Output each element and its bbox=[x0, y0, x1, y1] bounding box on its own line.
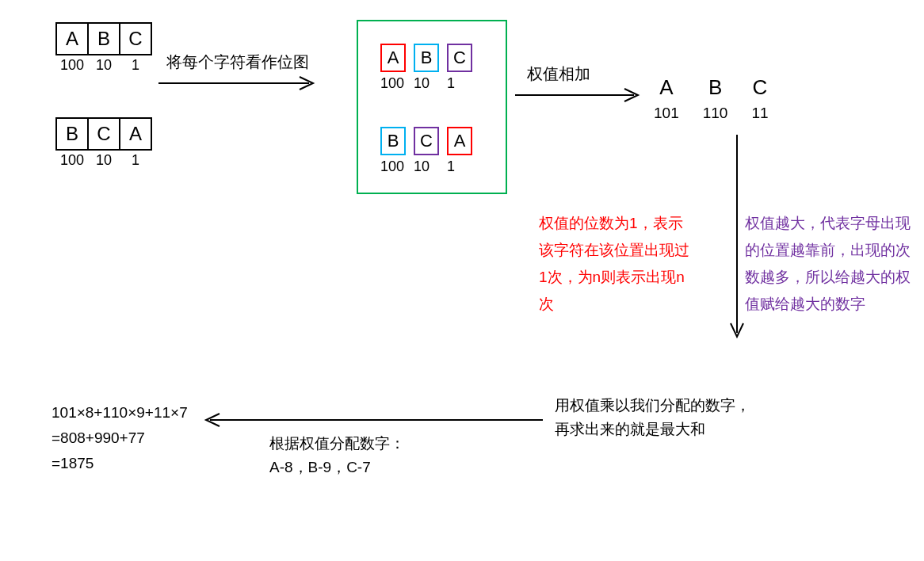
result-row: A 101 B 110 C 11 bbox=[654, 75, 769, 122]
result-letter: A bbox=[654, 75, 679, 100]
calc-line: =1875 bbox=[52, 451, 188, 476]
value: 100 bbox=[380, 158, 414, 175]
red-note: 权值的位数为1，表示该字符在该位置出现过1次，为n则表示出现n次 bbox=[539, 210, 697, 318]
mid1-cells: A B C bbox=[380, 44, 480, 72]
mid1-values: 100 10 1 bbox=[380, 75, 480, 92]
input-box-1: A B C 100 10 1 bbox=[55, 22, 152, 74]
arrow-1-icon bbox=[158, 75, 317, 91]
cell: B bbox=[87, 22, 120, 55]
letter-c-purple: C bbox=[447, 44, 472, 72]
calc-block: 101×8+110×9+11×7 =808+990+77 =1875 bbox=[52, 400, 188, 476]
input2-cells: B C A bbox=[55, 117, 152, 151]
letter-a-red: A bbox=[380, 44, 406, 72]
value: 1 bbox=[119, 57, 152, 74]
mid-box-1: A B C 100 10 1 bbox=[380, 44, 480, 92]
result-c: C 11 bbox=[751, 75, 768, 122]
value: 1 bbox=[119, 152, 152, 169]
value: 1 bbox=[447, 75, 480, 92]
letter-c-purple: C bbox=[414, 127, 439, 155]
input2-values: 100 10 1 bbox=[55, 152, 152, 169]
input1-cells: A B C bbox=[55, 22, 152, 55]
purple-note: 权值越大，代表字母出现的位置越靠前，出现的次数越多，所以给越大的权值赋给越大的数… bbox=[745, 210, 911, 318]
result-letter: B bbox=[703, 75, 728, 100]
value: 10 bbox=[87, 57, 120, 74]
result-num: 110 bbox=[703, 105, 728, 122]
calc-line: 101×8+110×9+11×7 bbox=[52, 400, 188, 426]
arrow1-label: 将每个字符看作位图 bbox=[166, 52, 309, 73]
letter-b-blue: B bbox=[380, 127, 406, 155]
result-num: 11 bbox=[751, 105, 768, 122]
value: 10 bbox=[414, 158, 447, 175]
arrow2-label: 权值相加 bbox=[527, 63, 590, 85]
assign-values: A-8，B-9，C-7 bbox=[269, 456, 371, 479]
calc-line: =808+990+77 bbox=[52, 426, 188, 451]
result-letter: C bbox=[751, 75, 768, 100]
input-box-2: B C A 100 10 1 bbox=[55, 117, 152, 169]
mid-box-2: B C A 100 10 1 bbox=[380, 127, 480, 175]
mid2-cells: B C A bbox=[380, 127, 480, 155]
value: 10 bbox=[87, 152, 120, 169]
arrow-4-icon bbox=[198, 412, 547, 428]
cell: B bbox=[55, 117, 89, 151]
value: 100 bbox=[380, 75, 414, 92]
cell: A bbox=[55, 22, 89, 55]
cell: A bbox=[119, 117, 152, 151]
value: 100 bbox=[55, 152, 89, 169]
input1-values: 100 10 1 bbox=[55, 57, 152, 74]
letter-a-red: A bbox=[447, 127, 472, 155]
bottom-right-text: 用权值乘以我们分配的数字，再求出来的就是最大和 bbox=[555, 394, 761, 441]
arrow-3-icon bbox=[729, 135, 745, 341]
mid2-values: 100 10 1 bbox=[380, 158, 480, 175]
value: 100 bbox=[55, 57, 89, 74]
result-num: 101 bbox=[654, 105, 679, 122]
assign-label: 根据权值分配数字： bbox=[269, 432, 405, 456]
value: 1 bbox=[447, 158, 480, 175]
result-a: A 101 bbox=[654, 75, 679, 122]
arrow-2-icon bbox=[515, 87, 642, 103]
value: 10 bbox=[414, 75, 447, 92]
cell: C bbox=[87, 117, 120, 151]
letter-b-blue: B bbox=[414, 44, 439, 72]
cell: C bbox=[119, 22, 152, 55]
result-b: B 110 bbox=[703, 75, 728, 122]
